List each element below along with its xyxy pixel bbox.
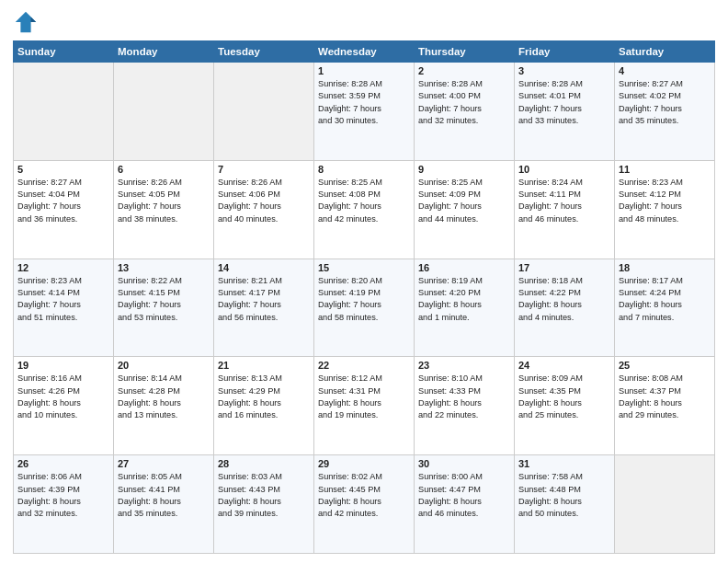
day-number: 18 bbox=[619, 262, 711, 273]
day-info: Sunrise: 8:23 AM Sunset: 4:14 PM Dayligh… bbox=[17, 275, 109, 324]
calendar-cell: 7Sunrise: 8:26 AM Sunset: 4:06 PM Daylig… bbox=[214, 160, 314, 259]
day-number: 11 bbox=[619, 164, 711, 175]
day-header-tuesday: Tuesday bbox=[214, 41, 314, 63]
calendar-cell bbox=[214, 63, 314, 161]
day-info: Sunrise: 8:05 AM Sunset: 4:41 PM Dayligh… bbox=[118, 471, 210, 520]
day-number: 27 bbox=[118, 458, 210, 469]
day-info: Sunrise: 8:26 AM Sunset: 4:06 PM Dayligh… bbox=[218, 177, 310, 225]
logo bbox=[13, 9, 40, 35]
day-info: Sunrise: 8:24 AM Sunset: 4:11 PM Dayligh… bbox=[518, 177, 610, 225]
calendar-cell: 1Sunrise: 8:28 AM Sunset: 3:59 PM Daylig… bbox=[314, 63, 415, 161]
day-header-thursday: Thursday bbox=[415, 41, 515, 63]
day-info: Sunrise: 8:09 AM Sunset: 4:35 PM Dayligh… bbox=[518, 373, 610, 421]
day-info: Sunrise: 8:14 AM Sunset: 4:28 PM Dayligh… bbox=[118, 373, 210, 421]
calendar-table: SundayMondayTuesdayWednesdayThursdayFrid… bbox=[13, 40, 715, 554]
day-number: 1 bbox=[318, 65, 410, 76]
day-info: Sunrise: 8:20 AM Sunset: 4:19 PM Dayligh… bbox=[318, 275, 410, 324]
calendar-cell bbox=[14, 63, 114, 161]
calendar-cell: 16Sunrise: 8:19 AM Sunset: 4:20 PM Dayli… bbox=[415, 259, 515, 357]
calendar-cell: 15Sunrise: 8:20 AM Sunset: 4:19 PM Dayli… bbox=[314, 259, 415, 357]
calendar-cell: 28Sunrise: 8:03 AM Sunset: 4:43 PM Dayli… bbox=[214, 455, 314, 554]
day-number: 24 bbox=[518, 360, 610, 371]
calendar-cell: 17Sunrise: 8:18 AM Sunset: 4:22 PM Dayli… bbox=[515, 259, 615, 357]
day-number: 28 bbox=[218, 458, 310, 469]
calendar-cell: 23Sunrise: 8:10 AM Sunset: 4:33 PM Dayli… bbox=[415, 357, 515, 455]
calendar-cell bbox=[615, 455, 715, 554]
day-info: Sunrise: 8:28 AM Sunset: 4:01 PM Dayligh… bbox=[518, 78, 610, 127]
day-number: 15 bbox=[318, 262, 410, 273]
calendar-cell: 20Sunrise: 8:14 AM Sunset: 4:28 PM Dayli… bbox=[114, 357, 214, 455]
calendar-cell: 13Sunrise: 8:22 AM Sunset: 4:15 PM Dayli… bbox=[114, 259, 214, 357]
calendar-cell bbox=[114, 63, 214, 161]
calendar-week-4: 19Sunrise: 8:16 AM Sunset: 4:26 PM Dayli… bbox=[14, 357, 715, 455]
day-number: 29 bbox=[318, 458, 410, 469]
day-number: 26 bbox=[17, 458, 109, 469]
calendar-cell: 29Sunrise: 8:02 AM Sunset: 4:45 PM Dayli… bbox=[314, 455, 415, 554]
calendar-cell: 27Sunrise: 8:05 AM Sunset: 4:41 PM Dayli… bbox=[114, 455, 214, 554]
day-header-sunday: Sunday bbox=[14, 41, 114, 63]
calendar-cell: 26Sunrise: 8:06 AM Sunset: 4:39 PM Dayli… bbox=[14, 455, 114, 554]
day-number: 20 bbox=[118, 360, 210, 371]
day-number: 30 bbox=[418, 458, 510, 469]
day-info: Sunrise: 8:16 AM Sunset: 4:26 PM Dayligh… bbox=[17, 373, 109, 421]
day-info: Sunrise: 8:23 AM Sunset: 4:12 PM Dayligh… bbox=[619, 177, 711, 225]
calendar-cell: 8Sunrise: 8:25 AM Sunset: 4:08 PM Daylig… bbox=[314, 160, 415, 259]
day-info: Sunrise: 8:08 AM Sunset: 4:37 PM Dayligh… bbox=[619, 373, 711, 421]
day-info: Sunrise: 8:28 AM Sunset: 3:59 PM Dayligh… bbox=[318, 78, 410, 127]
calendar-cell: 3Sunrise: 8:28 AM Sunset: 4:01 PM Daylig… bbox=[515, 63, 615, 161]
day-number: 3 bbox=[518, 65, 610, 76]
day-info: Sunrise: 8:13 AM Sunset: 4:29 PM Dayligh… bbox=[218, 373, 310, 421]
calendar-cell: 22Sunrise: 8:12 AM Sunset: 4:31 PM Dayli… bbox=[314, 357, 415, 455]
day-number: 31 bbox=[518, 458, 610, 469]
day-info: Sunrise: 8:22 AM Sunset: 4:15 PM Dayligh… bbox=[118, 275, 210, 324]
calendar-cell: 10Sunrise: 8:24 AM Sunset: 4:11 PM Dayli… bbox=[515, 160, 615, 259]
day-info: Sunrise: 8:27 AM Sunset: 4:04 PM Dayligh… bbox=[17, 177, 109, 225]
calendar-cell: 4Sunrise: 8:27 AM Sunset: 4:02 PM Daylig… bbox=[615, 63, 715, 161]
calendar-week-5: 26Sunrise: 8:06 AM Sunset: 4:39 PM Dayli… bbox=[14, 455, 715, 554]
day-number: 16 bbox=[418, 262, 510, 273]
day-number: 25 bbox=[619, 360, 711, 371]
day-info: Sunrise: 8:21 AM Sunset: 4:17 PM Dayligh… bbox=[218, 275, 310, 324]
calendar-cell: 6Sunrise: 8:26 AM Sunset: 4:05 PM Daylig… bbox=[114, 160, 214, 259]
day-number: 23 bbox=[418, 360, 510, 371]
day-number: 22 bbox=[318, 360, 410, 371]
header bbox=[13, 9, 715, 35]
day-info: Sunrise: 8:25 AM Sunset: 4:09 PM Dayligh… bbox=[418, 177, 510, 225]
day-number: 6 bbox=[118, 164, 210, 175]
calendar-week-2: 5Sunrise: 8:27 AM Sunset: 4:04 PM Daylig… bbox=[14, 160, 715, 259]
day-number: 14 bbox=[218, 262, 310, 273]
logo-icon bbox=[13, 9, 39, 35]
day-info: Sunrise: 8:18 AM Sunset: 4:22 PM Dayligh… bbox=[518, 275, 610, 324]
days-header-row: SundayMondayTuesdayWednesdayThursdayFrid… bbox=[14, 41, 715, 63]
day-header-friday: Friday bbox=[515, 41, 615, 63]
day-info: Sunrise: 8:17 AM Sunset: 4:24 PM Dayligh… bbox=[619, 275, 711, 324]
day-number: 7 bbox=[218, 164, 310, 175]
day-header-monday: Monday bbox=[114, 41, 214, 63]
day-number: 17 bbox=[518, 262, 610, 273]
day-number: 4 bbox=[619, 65, 711, 76]
day-info: Sunrise: 8:02 AM Sunset: 4:45 PM Dayligh… bbox=[318, 471, 410, 520]
calendar-cell: 18Sunrise: 8:17 AM Sunset: 4:24 PM Dayli… bbox=[615, 259, 715, 357]
day-info: Sunrise: 8:19 AM Sunset: 4:20 PM Dayligh… bbox=[418, 275, 510, 324]
calendar-cell: 31Sunrise: 7:58 AM Sunset: 4:48 PM Dayli… bbox=[515, 455, 615, 554]
calendar-cell: 24Sunrise: 8:09 AM Sunset: 4:35 PM Dayli… bbox=[515, 357, 615, 455]
calendar-cell: 12Sunrise: 8:23 AM Sunset: 4:14 PM Dayli… bbox=[14, 259, 114, 357]
day-info: Sunrise: 7:58 AM Sunset: 4:48 PM Dayligh… bbox=[518, 471, 610, 520]
day-info: Sunrise: 8:25 AM Sunset: 4:08 PM Dayligh… bbox=[318, 177, 410, 225]
page: SundayMondayTuesdayWednesdayThursdayFrid… bbox=[0, 0, 728, 563]
day-number: 10 bbox=[518, 164, 610, 175]
day-info: Sunrise: 8:06 AM Sunset: 4:39 PM Dayligh… bbox=[17, 471, 109, 520]
day-number: 13 bbox=[118, 262, 210, 273]
day-number: 19 bbox=[17, 360, 109, 371]
calendar-week-3: 12Sunrise: 8:23 AM Sunset: 4:14 PM Dayli… bbox=[14, 259, 715, 357]
calendar-cell: 5Sunrise: 8:27 AM Sunset: 4:04 PM Daylig… bbox=[14, 160, 114, 259]
day-info: Sunrise: 8:28 AM Sunset: 4:00 PM Dayligh… bbox=[418, 78, 510, 127]
calendar-week-1: 1Sunrise: 8:28 AM Sunset: 3:59 PM Daylig… bbox=[14, 63, 715, 161]
calendar-cell: 11Sunrise: 8:23 AM Sunset: 4:12 PM Dayli… bbox=[615, 160, 715, 259]
calendar-cell: 2Sunrise: 8:28 AM Sunset: 4:00 PM Daylig… bbox=[415, 63, 515, 161]
day-info: Sunrise: 8:12 AM Sunset: 4:31 PM Dayligh… bbox=[318, 373, 410, 421]
day-info: Sunrise: 8:27 AM Sunset: 4:02 PM Dayligh… bbox=[619, 78, 711, 127]
day-header-wednesday: Wednesday bbox=[314, 41, 415, 63]
calendar-cell: 9Sunrise: 8:25 AM Sunset: 4:09 PM Daylig… bbox=[415, 160, 515, 259]
day-info: Sunrise: 8:03 AM Sunset: 4:43 PM Dayligh… bbox=[218, 471, 310, 520]
